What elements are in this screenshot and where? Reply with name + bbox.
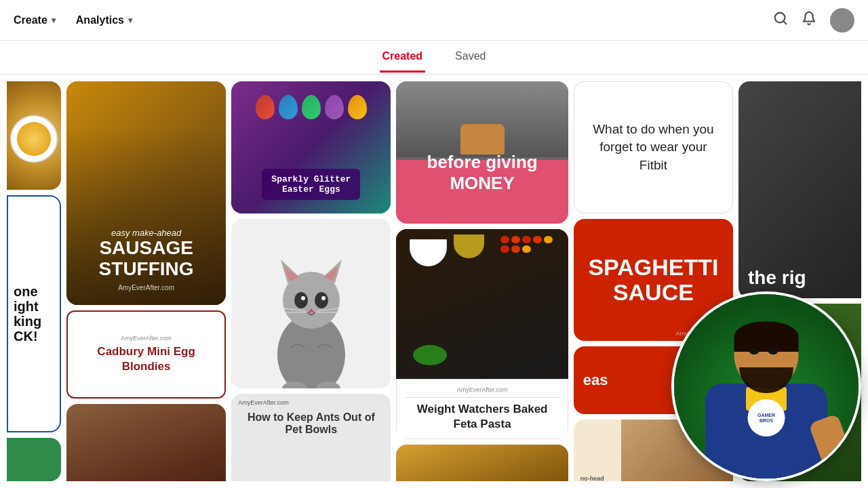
bell-icon bbox=[802, 11, 816, 26]
rig-text: the rig bbox=[748, 267, 806, 289]
tabs-bar: Created Saved bbox=[0, 41, 868, 75]
avatar[interactable] bbox=[830, 8, 854, 33]
header-nav: Create ▾ Analytics ▾ bbox=[14, 14, 132, 26]
easter-card[interactable]: Sparkly Glitter Easter Eggs bbox=[231, 81, 391, 214]
notifications-button[interactable] bbox=[802, 11, 816, 29]
ww-card[interactable]: AmyEverAfter.com Weight Watchers Baked F… bbox=[396, 229, 568, 439]
quick-text: no-headQuickBreadAmyEverAfter bbox=[580, 475, 621, 481]
cat-card[interactable] bbox=[231, 219, 391, 388]
analytics-menu-button[interactable]: Analytics ▾ bbox=[76, 14, 132, 26]
eggs-visual bbox=[256, 95, 367, 119]
svg-point-9 bbox=[301, 296, 305, 300]
create-menu-button[interactable]: Create ▾ bbox=[14, 14, 56, 26]
ants-site: AmyEverAfter.com bbox=[231, 394, 391, 409]
ww-text-bottom: AmyEverAfter.com Weight Watchers Baked F… bbox=[396, 379, 568, 439]
egg-purple bbox=[325, 95, 344, 119]
header-actions bbox=[773, 8, 854, 33]
tab-saved[interactable]: Saved bbox=[452, 42, 488, 73]
column-3: before giving MONEY bbox=[396, 81, 568, 481]
search-icon bbox=[773, 11, 788, 26]
meat-card[interactable] bbox=[66, 404, 226, 481]
egg-blue bbox=[279, 95, 298, 119]
column-1: easy make-ahead SAUSAGE STUFFING AmyEver… bbox=[66, 81, 226, 481]
analytics-chevron-icon: ▾ bbox=[128, 16, 132, 25]
partial-text-label: oneightkingCK! bbox=[14, 284, 41, 344]
column-2: Sparkly Glitter Easter Eggs bbox=[231, 81, 391, 481]
svg-point-11 bbox=[321, 296, 326, 300]
ants-card[interactable]: AmyEverAfter.com How to Keep Ants Out of… bbox=[231, 394, 391, 481]
easy-text: eas bbox=[583, 371, 608, 389]
column-0: oneightkingCK! bbox=[7, 81, 61, 481]
stuffing-card[interactable]: easy make-ahead SAUSAGE STUFFING AmyEver… bbox=[66, 81, 226, 305]
egg-green bbox=[302, 95, 321, 119]
egg-gold bbox=[348, 95, 367, 119]
create-chevron-icon: ▾ bbox=[52, 16, 56, 25]
right-partial-card[interactable]: the rig bbox=[738, 81, 861, 298]
analytics-label: Analytics bbox=[76, 14, 124, 26]
cadbury-site: AmyEverAfter.com bbox=[121, 335, 172, 342]
svg-point-10 bbox=[315, 292, 328, 308]
pasta-bowl-card[interactable] bbox=[396, 445, 568, 481]
svg-line-1 bbox=[783, 21, 786, 24]
partial-text-card[interactable]: oneightkingCK! bbox=[7, 195, 61, 432]
easter-label: Sparkly Glitter Easter Eggs bbox=[262, 169, 360, 200]
create-label: Create bbox=[14, 14, 47, 26]
video-person: GAMERBROS bbox=[674, 294, 859, 479]
tab-created[interactable]: Created bbox=[380, 42, 426, 73]
video-overlay[interactable]: GAMERBROS bbox=[671, 291, 861, 481]
ww-image bbox=[396, 229, 568, 379]
stuffing-text: easy make-ahead SAUSAGE STUFFING AmyEver… bbox=[80, 228, 212, 291]
partial-green-card[interactable] bbox=[7, 438, 61, 481]
money-card[interactable]: before giving MONEY bbox=[396, 81, 568, 224]
cat-illustration bbox=[264, 232, 359, 388]
fitbit-text: What to do when you forget to wear your … bbox=[588, 121, 719, 175]
hand-visual bbox=[396, 81, 568, 160]
header: Create ▾ Analytics ▾ bbox=[0, 0, 868, 41]
money-text: before giving MONEY bbox=[427, 152, 538, 194]
shirt-logo: GAMERBROS bbox=[757, 413, 775, 423]
cadbury-title: Cadbury Mini Egg Blondies bbox=[76, 344, 216, 374]
cadbury-card[interactable]: AmyEverAfter.com Cadbury Mini Egg Blondi… bbox=[66, 310, 226, 399]
search-button[interactable] bbox=[773, 11, 788, 29]
partial-food-card[interactable] bbox=[7, 81, 61, 190]
ants-title: How to Keep Ants Out of Pet Bowls bbox=[231, 409, 391, 443]
fitbit-card[interactable]: What to do when you forget to wear your … bbox=[574, 81, 733, 214]
egg-red bbox=[256, 95, 275, 119]
svg-point-8 bbox=[294, 292, 308, 308]
